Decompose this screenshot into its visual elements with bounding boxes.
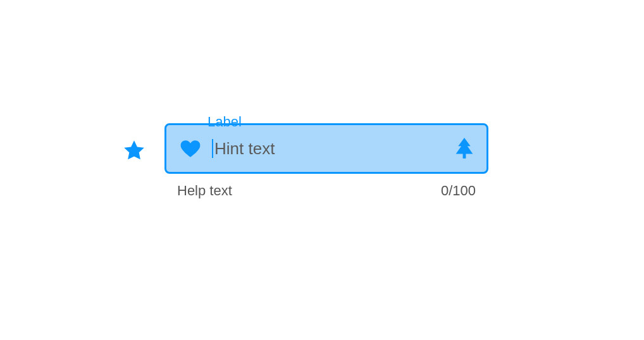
text-cursor <box>212 139 213 158</box>
input-field-column: Label Help text 0/ <box>164 123 488 199</box>
char-counter: 0/100 <box>441 183 476 199</box>
text-input[interactable] <box>212 139 445 159</box>
helper-text: Help text <box>177 183 232 199</box>
input-field-wrapper: Label <box>164 123 488 174</box>
input-label: Label <box>202 115 247 129</box>
tree-icon <box>455 138 474 159</box>
star-icon <box>121 123 147 174</box>
heart-icon <box>179 137 202 160</box>
helper-row: Help text 0/100 <box>164 174 488 199</box>
input-field-row: Label Help text 0/ <box>121 123 488 199</box>
input-wrap <box>212 125 445 172</box>
input-field-box[interactable] <box>164 123 488 174</box>
